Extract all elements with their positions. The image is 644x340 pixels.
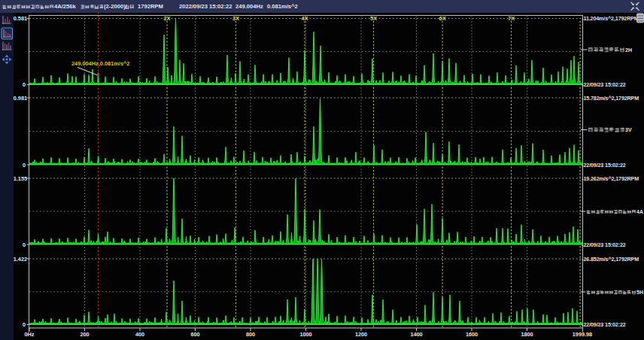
svg-text:0Hz: 0Hz <box>25 331 35 338</box>
svg-text:0.581: 0.581 <box>14 15 27 22</box>
svg-text:-22/09/23 15:02:22: -22/09/23 15:02:22 <box>582 321 626 328</box>
svg-text:800: 800 <box>246 331 255 338</box>
svg-text:-19.262m/s^2,1792RPM: -19.262m/s^2,1792RPM <box>582 175 639 182</box>
svg-text:0: 0 <box>23 162 26 168</box>
svg-text:249.004Hz: 249.004Hz <box>235 3 263 10</box>
svg-text:5X: 5X <box>370 15 377 22</box>
svg-text:3X: 3X <box>232 15 239 22</box>
svg-text:6X: 6X <box>439 15 446 22</box>
svg-text:4A/256k: 4A/256k <box>54 3 76 10</box>
svg-text:7X: 7X <box>508 15 515 22</box>
svg-text:1200: 1200 <box>355 331 367 338</box>
svg-text:-15.782m/s^2,1792RPM: -15.782m/s^2,1792RPM <box>582 95 639 102</box>
svg-text:249.004Hz,0.081m/s^2: 249.004Hz,0.081m/s^2 <box>71 60 129 67</box>
svg-text:2022/09/23 15:02:22: 2022/09/23 15:02:22 <box>179 3 232 10</box>
svg-text:0: 0 <box>23 321 26 328</box>
svg-text:-22/09/23 15:02:22: -22/09/23 15:02:22 <box>582 162 626 168</box>
svg-text:(2-2000)/: (2-2000)/ <box>104 3 128 10</box>
svg-text:-22/09/23 15:02:22: -22/09/23 15:02:22 <box>582 241 626 248</box>
svg-text:1600: 1600 <box>466 331 478 338</box>
svg-text:2H: 2H <box>625 47 632 53</box>
svg-text:400: 400 <box>135 331 144 338</box>
svg-text:0: 0 <box>23 241 26 248</box>
svg-text:-11.204m/s^2,1792RPM: -11.204m/s^2,1792RPM <box>582 15 639 22</box>
svg-text:1792RPM: 1792RPM <box>138 3 163 10</box>
svg-text:3V: 3V <box>625 127 632 132</box>
svg-text:1000: 1000 <box>299 331 311 338</box>
svg-text:1.422: 1.422 <box>14 256 27 263</box>
svg-text:0.981: 0.981 <box>14 95 27 102</box>
svg-text:4X: 4X <box>301 15 308 22</box>
svg-text:2X: 2X <box>163 15 170 22</box>
svg-text:1999.98: 1999.98 <box>573 331 592 338</box>
svg-text:-22/09/23 15:02:22: -22/09/23 15:02:22 <box>582 81 626 88</box>
svg-text:1400: 1400 <box>410 331 422 338</box>
svg-text:-26.852m/s^2,1792RPM: -26.852m/s^2,1792RPM <box>582 256 639 263</box>
svg-text:5H: 5H <box>636 290 643 295</box>
svg-text:4A: 4A <box>636 209 643 214</box>
svg-text:0.081m/s^2: 0.081m/s^2 <box>267 3 298 10</box>
svg-text:1.155: 1.155 <box>14 175 27 182</box>
svg-text:600: 600 <box>190 331 199 338</box>
svg-text:0: 0 <box>23 81 26 88</box>
svg-text:1800: 1800 <box>521 331 533 338</box>
svg-text:200: 200 <box>80 331 89 338</box>
